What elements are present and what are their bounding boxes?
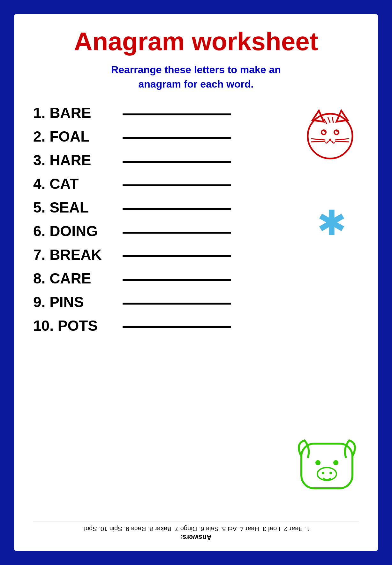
word-label: 9. PINS (33, 293, 116, 311)
dog-illustration (295, 431, 359, 496)
answer-line[interactable] (123, 208, 231, 210)
word-item: 7. BREAK (33, 246, 359, 263)
page-title: Anagram worksheet (74, 27, 318, 56)
answer-line[interactable] (123, 161, 231, 163)
answers-wrapper: 1. Bear 2. Loaf 3. Hear 4. Act 5. Sale 6… (33, 525, 359, 541)
subtitle-line1: Rearrange these letters to make an (111, 64, 281, 75)
word-items-container: 1. BARE2. FOAL3. HARE4. CAT5. SEAL6. DOI… (33, 104, 359, 334)
word-item: 1. BARE (33, 104, 359, 121)
answer-line[interactable] (123, 137, 231, 139)
svg-point-17 (315, 460, 320, 465)
answer-line[interactable] (123, 279, 231, 281)
word-item: 5. SEAL (33, 199, 359, 216)
word-label: 10. POTS (33, 317, 116, 334)
answer-line[interactable] (123, 184, 231, 186)
answer-line[interactable] (123, 232, 231, 234)
answer-line[interactable] (123, 255, 231, 257)
svg-point-21 (329, 472, 332, 474)
word-label: 6. DOING (33, 222, 116, 240)
subtitle-line2: anagram for each word. (139, 78, 254, 90)
word-label: 5. SEAL (33, 199, 116, 216)
answer-line[interactable] (123, 303, 231, 305)
answers-label: Answers: (180, 533, 212, 541)
word-item: 6. DOING (33, 222, 359, 240)
word-label: 1. BARE (33, 104, 116, 121)
word-item: 10. POTS (33, 317, 359, 334)
answers-text: 1. Bear 2. Loaf 3. Hear 4. Act 5. Sale 6… (82, 525, 310, 532)
subtitle: Rearrange these letters to make an anagr… (111, 63, 281, 91)
word-item: 8. CARE (33, 270, 359, 287)
worksheet-page: Anagram worksheet Rearrange these letter… (14, 14, 378, 551)
svg-point-20 (322, 472, 324, 474)
answers-section: 1. Bear 2. Loaf 3. Hear 4. Act 5. Sale 6… (33, 522, 359, 541)
word-label: 2. FOAL (33, 128, 116, 145)
svg-point-18 (333, 460, 338, 465)
word-label: 7. BREAK (33, 246, 116, 263)
word-item: 9. PINS (33, 293, 359, 311)
word-item: 3. HARE (33, 151, 359, 169)
svg-point-19 (317, 468, 336, 480)
word-label: 4. CAT (33, 175, 116, 192)
word-label: 8. CARE (33, 270, 116, 287)
word-item: 4. CAT (33, 175, 359, 192)
items-area: ✱ 1. BAR (33, 104, 359, 522)
word-item: 2. FOAL (33, 128, 359, 145)
answer-line[interactable] (123, 326, 231, 328)
word-label: 3. HARE (33, 151, 116, 169)
answer-line[interactable] (123, 113, 231, 115)
